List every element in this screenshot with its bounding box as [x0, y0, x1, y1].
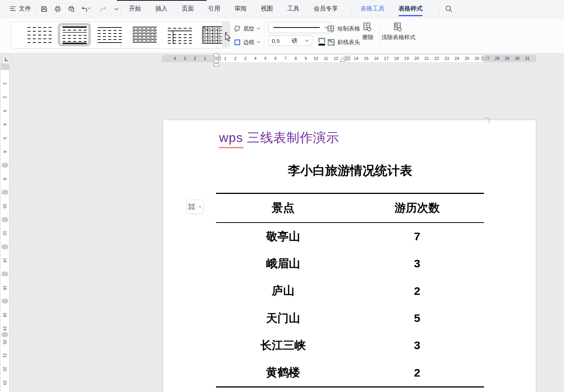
ruler-vertical[interactable]: 123456810121416181920212223: [1, 63, 9, 392]
table-row-handle[interactable]: [2, 244, 8, 249]
save-icon[interactable]: [40, 5, 48, 13]
draw-table-icon: [327, 25, 335, 33]
table-column-handle[interactable]: [344, 56, 350, 61]
table-style-ribbon: 底纹 边框 0.5 磅 绘制表格 斜线表头: [0, 18, 564, 53]
pen-color-icon: [317, 37, 326, 46]
table-cell-spot[interactable]: 峨眉山: [216, 250, 350, 277]
table-row-handle[interactable]: [2, 190, 8, 195]
ruler-number: 6: [272, 56, 279, 61]
table-row: 峨眉山3: [216, 250, 484, 277]
ruler-number: 15: [362, 56, 370, 61]
table-column-handle[interactable]: [481, 56, 487, 61]
ruler-number: 21: [2, 353, 8, 358]
tab-review[interactable]: 审阅: [234, 0, 247, 18]
table-cell-spot[interactable]: 黄鹤楼: [216, 359, 350, 386]
table-cell-count[interactable]: 3: [350, 250, 484, 277]
border-button[interactable]: 边框: [234, 37, 260, 47]
erase-label: 擦除: [362, 34, 374, 41]
hamburger-menu-icon[interactable]: [10, 6, 16, 13]
tab-tools[interactable]: 工具: [287, 0, 299, 18]
line-style-select[interactable]: [268, 22, 332, 33]
table-select-widget[interactable]: [186, 200, 204, 214]
table-cell-spot[interactable]: 庐山: [216, 278, 350, 305]
indent-markers[interactable]: [213, 53, 219, 67]
ruler-number: 14: [2, 258, 8, 263]
shading-label: 底纹: [243, 25, 254, 32]
print-icon[interactable]: [54, 5, 62, 13]
table-cell-count[interactable]: 3: [350, 332, 484, 359]
ruler-number: 3: [242, 56, 249, 61]
clear-table-style-label: 清除表格样式: [382, 34, 415, 41]
tab-page[interactable]: 页面: [182, 0, 194, 18]
ruler-number: 20: [2, 339, 8, 345]
ruler-number: 2: [231, 56, 239, 61]
wps-writer-window: 文件 开始插入页面引用审阅视图工具会员专享 表格工具表: [0, 0, 564, 392]
shading-button[interactable]: 底纹: [234, 23, 260, 34]
chevron-down-icon: [257, 41, 260, 43]
line-style-preview: [273, 27, 320, 28]
file-menu-button[interactable]: 文件: [19, 0, 31, 18]
draw-table-label: 绘制表格: [337, 25, 360, 32]
table-style-thumb-top-bottom[interactable]: [97, 25, 123, 45]
line-width-select[interactable]: 0.5 磅: [268, 35, 312, 46]
document-canvas: wps 三线表制作演示 李小白旅游情况统计表 景点 游历次数 敬亭山7峨眉山3庐…: [0, 53, 564, 392]
draw-table-button[interactable]: 绘制表格: [327, 23, 360, 34]
table-cell-spot[interactable]: 长江三峡: [216, 332, 350, 359]
doc-title: wps 三线表制作演示: [219, 129, 339, 146]
table-style-thumb-three-line[interactable]: [62, 25, 87, 45]
tab-insert[interactable]: 插入: [155, 0, 167, 18]
table-row-handle[interactable]: [2, 272, 8, 276]
table-row-handle[interactable]: [2, 217, 8, 222]
tab-home[interactable]: 开始: [129, 0, 141, 18]
ruler-number: 2: [2, 95, 8, 100]
ruler-number: 20: [413, 56, 420, 61]
ruler-number: 25: [463, 56, 471, 61]
ruler-number: 26: [473, 56, 481, 61]
tab-reference[interactable]: 引用: [208, 0, 220, 18]
spellcheck-underline: [219, 146, 244, 149]
table-header-cell[interactable]: 游历次数: [350, 194, 484, 222]
table-cell-count[interactable]: 5: [350, 305, 484, 332]
document-page[interactable]: wps 三线表制作演示 李小白旅游情况统计表 景点 游历次数 敬亭山7峨眉山3庐…: [163, 120, 536, 392]
erase-button[interactable]: 擦除: [359, 22, 377, 41]
search-icon[interactable]: [445, 5, 453, 15]
more-chevron-icon[interactable]: [112, 5, 121, 13]
table-cell-spot[interactable]: 敬亭山: [216, 223, 350, 250]
table-cell-spot[interactable]: 天门山: [216, 305, 350, 332]
redo-icon[interactable]: [99, 5, 107, 13]
undo-icon[interactable]: [81, 5, 93, 13]
ruler-number: 10: [312, 56, 320, 61]
ruler-number: 30: [513, 56, 521, 61]
table-row-handle[interactable]: [2, 332, 8, 337]
tab-stop-selector[interactable]: [2, 54, 11, 64]
ruler-number: 7: [282, 56, 290, 61]
tab-member[interactable]: 会员专享: [314, 0, 338, 18]
table-row-handle[interactable]: [2, 299, 8, 304]
ruler-number: 18: [392, 56, 400, 61]
table-cell-count[interactable]: 7: [350, 223, 484, 250]
table-cell-count[interactable]: 2: [350, 359, 484, 386]
table-style-thumb-header-divider[interactable]: [167, 25, 193, 45]
table-style-thumb-plain[interactable]: [27, 25, 52, 45]
ruler-number: 22: [2, 366, 8, 372]
table-row: 庐山2: [216, 278, 484, 305]
ruler-number: 10: [2, 203, 8, 209]
ruler-number: 4: [251, 56, 259, 61]
divider: [439, 5, 439, 13]
print-preview-icon[interactable]: [67, 5, 75, 13]
tab-view[interactable]: 视图: [261, 0, 273, 18]
divider: [351, 5, 352, 13]
table-style-thumb-all-rows[interactable]: [132, 25, 158, 45]
table-row: 天门山5: [216, 305, 484, 332]
table-select-icon: [187, 203, 196, 210]
table-row-handle[interactable]: [2, 163, 8, 168]
table-header-cell[interactable]: 景点: [216, 194, 350, 222]
table-cell-count[interactable]: 2: [350, 278, 484, 305]
tab-table-tools[interactable]: 表格工具: [360, 0, 385, 18]
diagonal-header-button[interactable]: 斜线表头: [327, 37, 360, 47]
ruler-number: 9: [302, 56, 310, 61]
tab-table-style[interactable]: 表格样式: [398, 0, 423, 18]
ruler-number: 4: [2, 122, 8, 127]
chevron-down-icon[interactable]: [198, 206, 202, 208]
clear-table-style-button[interactable]: 清除表格样式: [383, 22, 414, 41]
